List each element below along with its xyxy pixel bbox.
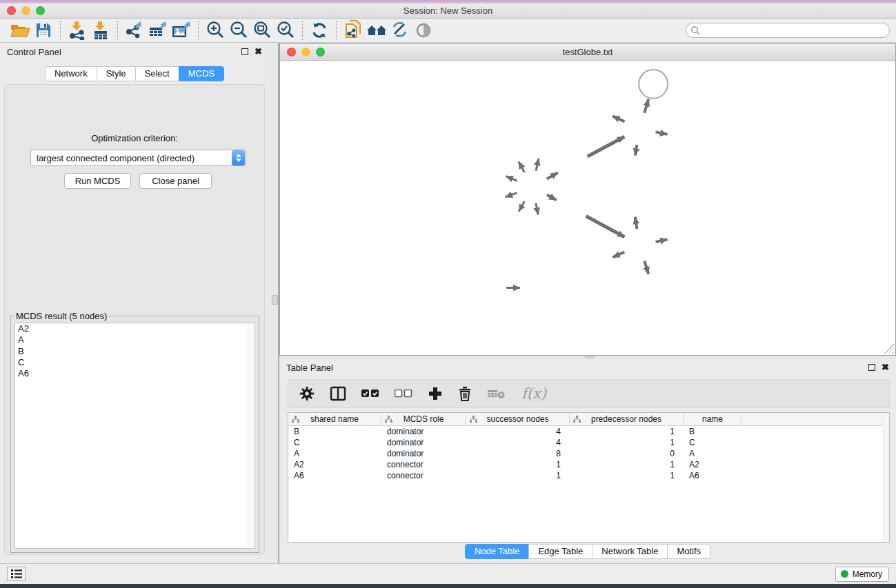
export-image-button[interactable] bbox=[170, 20, 193, 41]
mcds-result-item[interactable]: A2 bbox=[15, 323, 255, 334]
graph-edge-B-B2[interactable] bbox=[613, 116, 624, 121]
panel-splitter-vertical[interactable] bbox=[269, 43, 279, 563]
table-header-row: shared nameMCDS rolesuccessor nodesprede… bbox=[288, 413, 889, 426]
close-panel-icon[interactable]: ✖ bbox=[255, 48, 262, 55]
save-session-button[interactable] bbox=[32, 20, 55, 41]
table-settings-button[interactable] bbox=[299, 386, 315, 401]
toolbar-separator bbox=[117, 21, 118, 40]
import-network-button[interactable] bbox=[66, 20, 89, 41]
apply-layout-button[interactable] bbox=[308, 20, 331, 41]
show-columns-button[interactable] bbox=[330, 386, 346, 401]
memory-button[interactable]: Memory bbox=[835, 567, 889, 582]
table-cell: C bbox=[288, 437, 381, 448]
hide-selection-button[interactable] bbox=[388, 20, 412, 41]
graph-edge-A-A1[interactable] bbox=[506, 193, 517, 197]
column-header-predecessor-nodes[interactable]: predecessor nodes bbox=[570, 413, 684, 425]
table-row[interactable]: A2connector11A2 bbox=[288, 459, 889, 470]
search-input[interactable] bbox=[703, 26, 889, 35]
float-panel-icon[interactable] bbox=[241, 48, 248, 55]
mcds-result-item[interactable]: A bbox=[15, 334, 255, 345]
table-scrollbar[interactable] bbox=[883, 413, 889, 542]
table-row[interactable]: Bdominator41B bbox=[288, 426, 889, 437]
graph-edge-A6-B[interactable] bbox=[588, 136, 625, 156]
unselect-all-columns-button[interactable] bbox=[395, 389, 412, 398]
table-row[interactable]: A6connector11A6 bbox=[288, 470, 889, 481]
create-column-button[interactable] bbox=[428, 386, 443, 401]
graph-edge-A-A8[interactable] bbox=[536, 159, 539, 171]
mcds-result-title: MCDS result (5 nodes) bbox=[14, 311, 109, 321]
graph-edge-A-A7[interactable] bbox=[536, 203, 538, 215]
zoom-in-button[interactable] bbox=[203, 20, 227, 41]
mcds-result-item[interactable]: A6 bbox=[15, 368, 255, 379]
graph-edge-A-A4[interactable] bbox=[519, 201, 524, 212]
toolbar-separator bbox=[302, 21, 303, 40]
tab-node-table[interactable]: Node Table bbox=[465, 544, 530, 559]
column-header-shared-name[interactable]: shared name bbox=[288, 413, 381, 425]
graph-edge-A-A5[interactable] bbox=[519, 162, 524, 173]
function-builder-button[interactable]: f(x) bbox=[521, 385, 546, 402]
graph-edge-A-A6[interactable] bbox=[547, 172, 558, 179]
table-cell: 8 bbox=[466, 448, 570, 459]
tab-network[interactable]: Network bbox=[45, 66, 97, 81]
first-neighbors-button[interactable] bbox=[365, 20, 388, 41]
close-panel-button[interactable]: Close panel bbox=[139, 173, 212, 189]
table-panel-title: Table Panel bbox=[286, 363, 333, 373]
graph-edge-C-C4[interactable] bbox=[656, 239, 668, 241]
splitter-grip[interactable] bbox=[272, 295, 278, 305]
table-cell: A2 bbox=[684, 459, 742, 470]
zoom-selected-button[interactable] bbox=[274, 20, 297, 41]
tab-style[interactable]: Style bbox=[97, 66, 136, 81]
graph-edge-C-C2[interactable] bbox=[635, 217, 637, 230]
import-table-button[interactable] bbox=[89, 20, 112, 41]
graph-edge-C-C3[interactable] bbox=[644, 261, 648, 274]
tab-network-table[interactable]: Network Table bbox=[592, 544, 668, 559]
column-header-successor-nodes[interactable]: successor nodes bbox=[466, 413, 570, 425]
delete-table-button[interactable] bbox=[487, 388, 505, 399]
show-graphics-details-button[interactable] bbox=[412, 20, 435, 41]
open-file-button[interactable] bbox=[8, 20, 32, 41]
mcds-result-item[interactable]: B bbox=[15, 346, 255, 357]
zoom-fit-button[interactable] bbox=[250, 20, 274, 41]
network-resize-grip[interactable] bbox=[884, 344, 894, 354]
new-network-from-selection-button[interactable] bbox=[341, 20, 365, 41]
column-label: predecessor nodes bbox=[591, 414, 661, 424]
graph-edge-B-B4[interactable] bbox=[644, 99, 648, 113]
graph-edge-A-A2[interactable] bbox=[547, 195, 557, 201]
desktop-strip-bottom bbox=[0, 584, 896, 588]
graph-edge-A2-C[interactable] bbox=[586, 216, 625, 236]
column-header-name[interactable]: name bbox=[684, 413, 742, 425]
delete-column-button[interactable] bbox=[458, 386, 472, 401]
table-cell: A2 bbox=[288, 459, 381, 470]
column-type-icon bbox=[292, 416, 299, 423]
table-row[interactable]: Adominator80A bbox=[288, 448, 889, 459]
column-header-MCDS-role[interactable]: MCDS role bbox=[381, 413, 466, 425]
close-panel-icon[interactable]: ✖ bbox=[882, 364, 889, 371]
graph-edge-A-A3[interactable] bbox=[506, 176, 517, 181]
table-row[interactable]: Cdominator41C bbox=[288, 437, 889, 448]
zoom-in-icon bbox=[206, 21, 225, 40]
column-label: successor nodes bbox=[486, 414, 548, 424]
export-table-button[interactable] bbox=[146, 20, 170, 41]
tab-select[interactable]: Select bbox=[135, 66, 179, 81]
graph-edge-C-C1[interactable] bbox=[613, 252, 624, 257]
tab-edge-table[interactable]: Edge Table bbox=[528, 544, 593, 559]
graph-edge-B-B3[interactable] bbox=[656, 132, 668, 134]
select-all-columns-button[interactable] bbox=[361, 389, 379, 398]
control-panel-header: Control Panel ✖ bbox=[0, 43, 269, 61]
export-network-button[interactable] bbox=[123, 20, 146, 41]
network-canvas[interactable]: B4B2BB3A5A8A6B1A3AA1C2A2A4A7C4CC1C3DD1 bbox=[281, 61, 895, 354]
refresh-icon bbox=[310, 21, 328, 39]
tab-mcds[interactable]: MCDS bbox=[179, 66, 224, 81]
mcds-result-item[interactable]: C bbox=[15, 357, 255, 368]
mcds-list-scrollbar[interactable] bbox=[248, 323, 255, 548]
criterion-select[interactable]: largest connected component (directed) bbox=[30, 150, 246, 166]
zoom-out-button[interactable] bbox=[227, 20, 250, 41]
mcds-result-list[interactable]: A2ABCA6 bbox=[14, 323, 255, 549]
run-mcds-button[interactable]: Run MCDS bbox=[64, 173, 131, 189]
graph-node-B4[interactable]: B4B2BB3A5A8A6B1A3AA1C2A2A4A7C4CC1C3DD1 bbox=[639, 70, 668, 99]
tab-motifs[interactable]: Motifs bbox=[667, 544, 710, 559]
task-history-button[interactable] bbox=[7, 567, 26, 581]
graph-edge-B-B1[interactable] bbox=[635, 145, 637, 156]
search-box[interactable] bbox=[686, 23, 890, 38]
float-panel-icon[interactable] bbox=[868, 364, 875, 371]
